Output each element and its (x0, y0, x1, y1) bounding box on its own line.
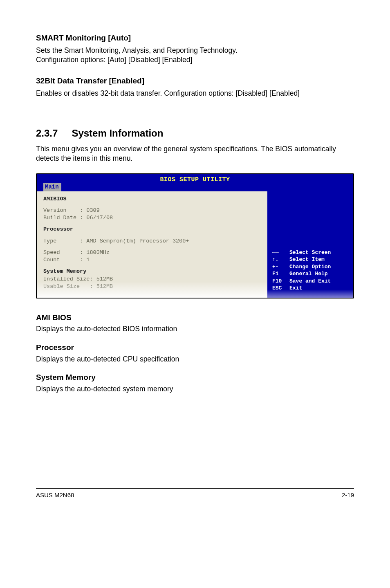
paragraph: Displays the auto-detected BIOS informat… (36, 324, 354, 334)
bios-help-row: ←→Select Screen (272, 249, 348, 256)
bios-row: Type : AMD Sempron(tm) Processor 3200+ (43, 238, 261, 245)
bios-help-row: +-Change Option (272, 263, 348, 271)
footer-page-number: 2-19 (342, 491, 354, 499)
footer-model: ASUS M2N68 (36, 491, 74, 499)
heading-32bit-transfer: 32Bit Data Transfer [Enabled] (36, 76, 354, 86)
bios-help-panel: ←→Select Screen ↑↓Select Item +-Change O… (267, 191, 353, 298)
paragraph: Enables or disables 32-bit data transfer… (36, 89, 354, 99)
bios-row: Speed : 1800MHz (43, 249, 261, 256)
page-footer: ASUS M2N68 2-19 (36, 488, 354, 499)
paragraph: Displays the auto-detected system memory (36, 384, 354, 394)
bios-label-amibios: AMIBIOS (43, 196, 67, 202)
paragraph: Configuration options: [Auto] [Disabled]… (36, 55, 354, 65)
bios-body: AMIBIOS Version : 0309 Build Date : 06/1… (37, 191, 353, 298)
bios-setup-utility-screenshot: BIOS SETUP UTILITY Main AMIBIOS Version … (36, 173, 354, 298)
paragraph: Sets the Smart Monitoring, Analysis, and… (36, 46, 354, 56)
bios-label-system-memory: System Memory (43, 268, 86, 274)
paragraph: Displays the auto-detected CPU specifica… (36, 355, 354, 364)
bios-tab-main: Main (43, 183, 61, 191)
bios-row: Count : 1 (43, 256, 261, 264)
heading-system-memory: System Memory (36, 372, 354, 383)
bios-row: Installed Size: 512MB (43, 276, 261, 283)
bios-header-title: BIOS SETUP UTILITY (37, 175, 353, 184)
section-number: 2.3.7 (36, 127, 58, 140)
bios-header: BIOS SETUP UTILITY Main (37, 174, 353, 191)
heading-processor: Processor (36, 342, 354, 353)
heading-smart-monitoring: SMART Monitoring [Auto] (36, 33, 354, 43)
bios-help-row: F10Save and Exit (272, 278, 348, 285)
bios-row: Build Date : 06/17/08 (43, 214, 261, 222)
bios-help-row: ↑↓Select Item (272, 256, 348, 263)
paragraph: This menu gives you an overview of the g… (36, 144, 354, 164)
bios-row: Version : 0309 (43, 207, 261, 214)
bios-left-panel: AMIBIOS Version : 0309 Build Date : 06/1… (37, 191, 267, 298)
section-title-text: System Information (72, 128, 163, 139)
bios-row: Usable Size : 512MB (43, 283, 261, 290)
heading-system-information: 2.3.7System Information (36, 127, 354, 140)
bios-help-row: F1General Help (272, 270, 348, 278)
bios-help-row: ESCExit (272, 285, 348, 292)
heading-ami-bios: AMI BIOS (36, 312, 354, 323)
bios-label-processor: Processor (43, 226, 73, 232)
